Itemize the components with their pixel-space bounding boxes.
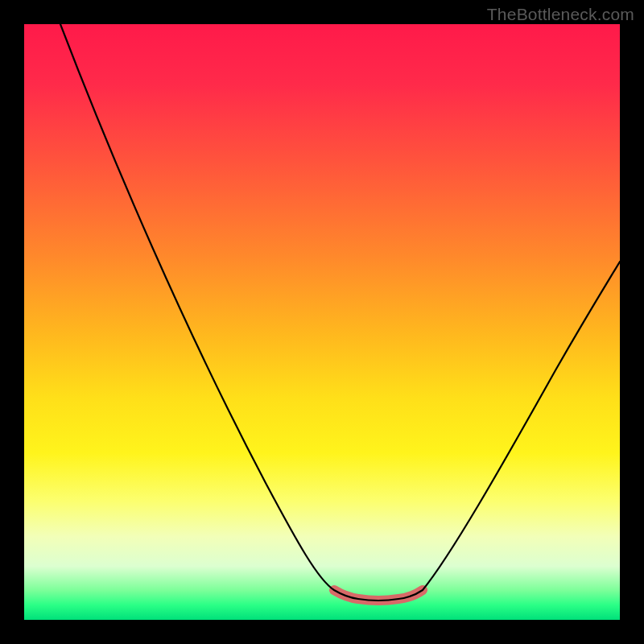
- optimal-range-highlight: [334, 590, 423, 601]
- bottleneck-curve: [60, 24, 620, 601]
- chart-stage: TheBottleneck.com: [0, 0, 644, 644]
- curve-layer: [24, 24, 620, 620]
- watermark-text: TheBottleneck.com: [487, 5, 634, 24]
- plot-area: [24, 24, 620, 620]
